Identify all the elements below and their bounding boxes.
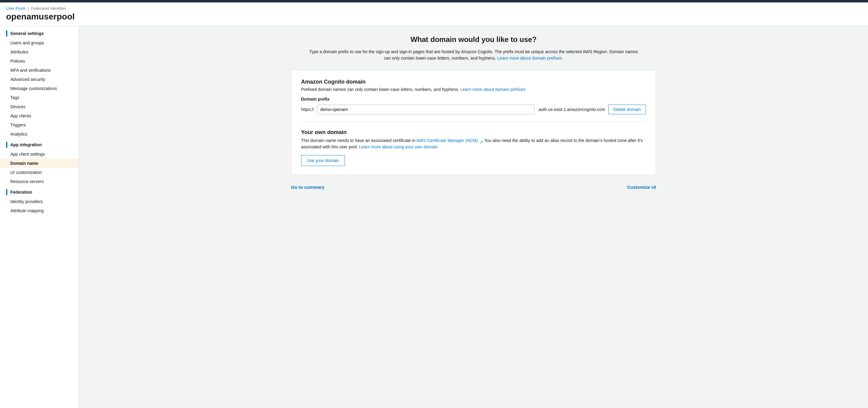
sidebar-general-settings-header: General settings: [0, 26, 79, 38]
sidebar-item-message-customizations[interactable]: Message customizations: [0, 84, 79, 93]
customize-ui-link[interactable]: Customize UI: [627, 185, 656, 190]
sidebar-item-attribute-mapping[interactable]: Attribute mapping: [0, 206, 79, 215]
user-pools-link[interactable]: User Pools: [6, 6, 26, 11]
sidebar-item-users-and-groups[interactable]: Users and groups: [0, 38, 79, 48]
sidebar-federation-header: Federation: [0, 186, 79, 197]
domain-prefix-label: Domain prefix: [301, 97, 646, 101]
layout: General settings Users and groups Attrib…: [0, 26, 868, 408]
page-title: openamuserpool: [6, 12, 862, 22]
sidebar-item-domain-name[interactable]: Domain name: [0, 159, 79, 168]
sidebar-app-integration-header: App integration: [0, 138, 79, 150]
main-description-text: Type a domain prefix to use for the sign…: [309, 49, 638, 61]
description-learn-link[interactable]: Learn more about domain prefixes.: [497, 56, 563, 61]
sidebar-item-app-client-settings[interactable]: App client settings: [0, 150, 79, 159]
breadcrumb-separator: |: [28, 6, 29, 11]
sidebar-item-analytics[interactable]: Analytics: [0, 129, 79, 138]
domain-suffix: .auth.us-east-1.amazoncognito.com: [537, 107, 605, 112]
general-settings-indicator: [6, 30, 7, 36]
sidebar-item-policies[interactable]: Policies: [0, 57, 79, 66]
app-integration-label: App integration: [10, 142, 42, 147]
breadcrumb: User Pools | Federated Identities: [6, 6, 862, 11]
cognito-domain-card: Amazon Cognito domain Prefixed domain na…: [291, 70, 656, 175]
use-your-domain-button[interactable]: Use your domain: [301, 155, 345, 166]
sidebar-item-tags[interactable]: Tags: [0, 93, 79, 102]
sidebar-item-resource-servers[interactable]: Resource servers: [0, 177, 79, 186]
section-divider: [301, 122, 646, 122]
domain-input-row: https:// .auth.us-east-1.amazoncognito.c…: [301, 104, 646, 114]
app-integration-indicator: [6, 142, 7, 148]
sidebar-item-mfa[interactable]: MFA and verifications: [0, 66, 79, 75]
own-domain-learn-link[interactable]: Learn more about using your own domain.: [359, 145, 439, 149]
sidebar-item-ui-customization[interactable]: UI customization: [0, 168, 79, 177]
acm-link[interactable]: AWS Certificate Manager (ACM).↗: [416, 138, 483, 143]
general-settings-label: General settings: [10, 31, 44, 36]
federation-label: Federation: [10, 190, 32, 195]
own-domain-desc: This domain name needs to have an associ…: [301, 137, 646, 150]
sidebar-item-identity-providers[interactable]: Identity providers: [0, 197, 79, 206]
main-description: Type a domain prefix to use for the sign…: [306, 49, 641, 61]
sidebar-item-devices[interactable]: Devices: [0, 102, 79, 111]
sidebar-item-triggers[interactable]: Triggers: [0, 120, 79, 129]
sidebar: General settings Users and groups Attrib…: [0, 26, 79, 408]
own-domain-title: Your own domain: [301, 129, 646, 135]
main-heading: What domain would you like to use?: [91, 35, 856, 44]
sidebar-item-advanced-security[interactable]: Advanced security: [0, 75, 79, 84]
cognito-domain-desc-text: Prefixed domain names can only contain l…: [301, 87, 459, 92]
cognito-domain-learn-link[interactable]: Learn more about domain prefixes.: [461, 87, 526, 92]
footer-actions: Go to summary Customize UI: [291, 182, 656, 190]
main-content: What domain would you like to use? Type …: [79, 26, 868, 408]
sidebar-item-attributes[interactable]: Attributes: [0, 48, 79, 57]
go-to-summary-link[interactable]: Go to summary: [291, 185, 324, 190]
https-prefix: https://: [301, 107, 314, 112]
header: User Pools | Federated Identities openam…: [0, 2, 868, 26]
domain-prefix-input[interactable]: [317, 104, 534, 114]
external-link-icon: ↗: [479, 139, 483, 143]
cognito-domain-desc: Prefixed domain names can only contain l…: [301, 87, 646, 92]
cognito-domain-title: Amazon Cognito domain: [301, 79, 646, 85]
top-bar: [0, 0, 868, 2]
federation-indicator: [6, 189, 7, 195]
delete-domain-button[interactable]: Delete domain: [608, 104, 646, 114]
own-domain-desc-part1: This domain name needs to have an associ…: [301, 138, 415, 143]
breadcrumb-federated: Federated Identities: [31, 6, 66, 11]
sidebar-item-app-clients[interactable]: App clients: [0, 111, 79, 120]
